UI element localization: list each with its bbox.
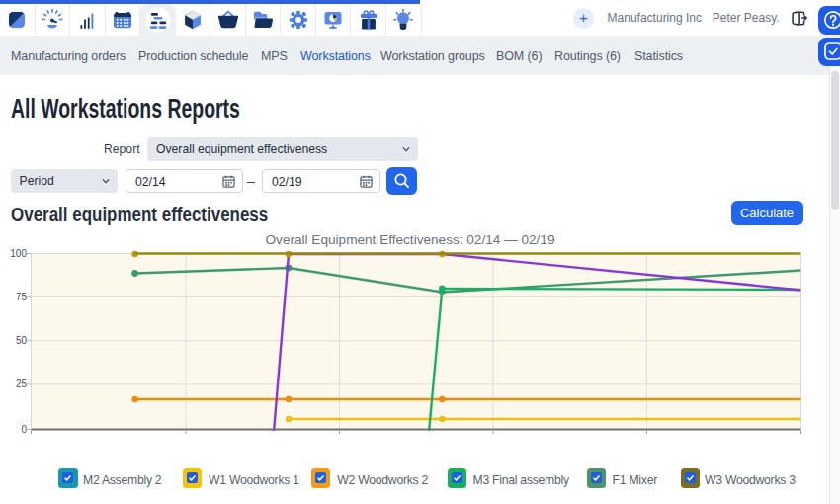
svg-text:0: 0 bbox=[21, 424, 27, 435]
svg-text:25: 25 bbox=[16, 378, 28, 389]
svg-text:50: 50 bbox=[16, 335, 28, 346]
svg-text:Overall Equipment Effectivenes: Overall Equipment Effectiveness: 02/14 —… bbox=[266, 232, 555, 247]
svg-text:100: 100 bbox=[10, 248, 27, 259]
svg-text:75: 75 bbox=[16, 292, 28, 302]
